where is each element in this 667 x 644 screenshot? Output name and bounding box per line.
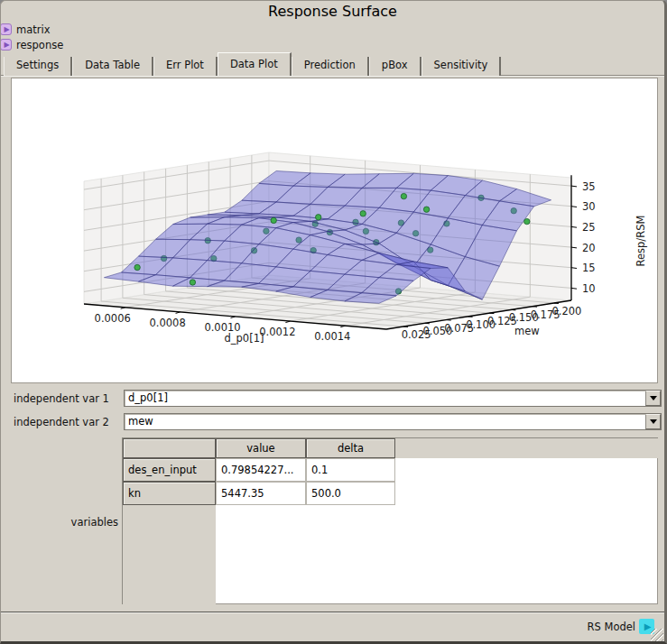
- tab-err-plot[interactable]: Err Plot: [153, 57, 218, 76]
- page-title: Response Surface: [268, 3, 397, 20]
- svg-text:0.0006: 0.0006: [95, 312, 131, 325]
- svg-text:20: 20: [582, 242, 596, 254]
- response-surface-window: Response Surface ▶ matrix ▶ response Set…: [0, 0, 667, 644]
- tab-sensitivity[interactable]: Sensitivity: [422, 57, 502, 76]
- status-divider: [1, 612, 664, 613]
- table-cell-delta[interactable]: 0.1: [306, 458, 395, 482]
- svg-text:10: 10: [582, 282, 596, 295]
- svg-text:Resp/RSM: Resp/RSM: [635, 216, 647, 267]
- input-port-matrix[interactable]: ▶ matrix: [3, 23, 51, 36]
- table-cell-value[interactable]: 5447.35: [216, 482, 306, 505]
- svg-text:0.0008: 0.0008: [149, 317, 185, 329]
- resize-grip[interactable]: [651, 629, 663, 641]
- input-port-response[interactable]: ▶ response: [3, 38, 63, 51]
- tab-data-table[interactable]: Data Table: [72, 57, 153, 76]
- svg-text:0.0014: 0.0014: [314, 330, 350, 343]
- status-model-label: RS Model: [588, 621, 635, 633]
- chevron-down-icon[interactable]: [645, 391, 661, 406]
- port-arrow-icon: ▶: [0, 23, 12, 35]
- titlebar: Response Surface: [1, 1, 664, 23]
- table-row-header: des_en_input: [123, 458, 216, 482]
- svg-text:15: 15: [582, 262, 596, 274]
- response-surface-3d-plot: 0.00060.00080.00100.00120.00140.0250.050…: [12, 78, 657, 382]
- svg-text:0.200: 0.200: [551, 305, 581, 317]
- tab-pbox[interactable]: pBox: [369, 57, 422, 76]
- tab-settings[interactable]: Settings: [4, 57, 72, 76]
- independent-var-1-combobox[interactable]: d_p0[1]: [124, 390, 662, 407]
- tabbar: Settings Data Table Err Plot Data Plot P…: [4, 52, 501, 76]
- port-label: matrix: [16, 23, 51, 36]
- svg-text:d_p0[1]: d_p0[1]: [225, 332, 264, 345]
- table-header-delta: delta: [306, 438, 395, 458]
- surface-plot-canvas[interactable]: 0.00060.00080.00100.00120.00140.0250.050…: [11, 78, 658, 383]
- svg-text:mew: mew: [514, 325, 540, 337]
- chevron-down-icon[interactable]: [645, 414, 661, 429]
- tab-data-plot[interactable]: Data Plot: [218, 52, 292, 76]
- combobox-value: d_p0[1]: [125, 391, 645, 406]
- variables-label: variables: [1, 516, 118, 529]
- variables-table: value delta des_en_input 0.79854227... 0…: [122, 437, 658, 604]
- svg-text:30: 30: [582, 200, 596, 213]
- combobox-value: mew: [125, 414, 645, 429]
- table-corner-cell: [123, 438, 216, 458]
- tabbar-baseline-highlight: [1, 76, 664, 77]
- port-arrow-icon: ▶: [0, 39, 12, 51]
- statusbar: RS Model ▶: [1, 614, 664, 642]
- independent-var-1-label: independent var 1: [14, 392, 109, 405]
- table-row-header: kn: [123, 482, 216, 505]
- independent-var-2-combobox[interactable]: mew: [124, 413, 662, 430]
- svg-text:0.0012: 0.0012: [259, 326, 295, 338]
- svg-text:25: 25: [582, 221, 596, 234]
- table-cell-delta[interactable]: 500.0: [306, 482, 395, 505]
- independent-var-2-label: independent var 2: [14, 416, 109, 428]
- table-cell-value[interactable]: 0.79854227...: [216, 458, 306, 482]
- svg-text:35: 35: [582, 180, 596, 193]
- table-header-value: value: [216, 438, 306, 458]
- tab-prediction[interactable]: Prediction: [292, 57, 369, 76]
- port-label: response: [16, 39, 63, 51]
